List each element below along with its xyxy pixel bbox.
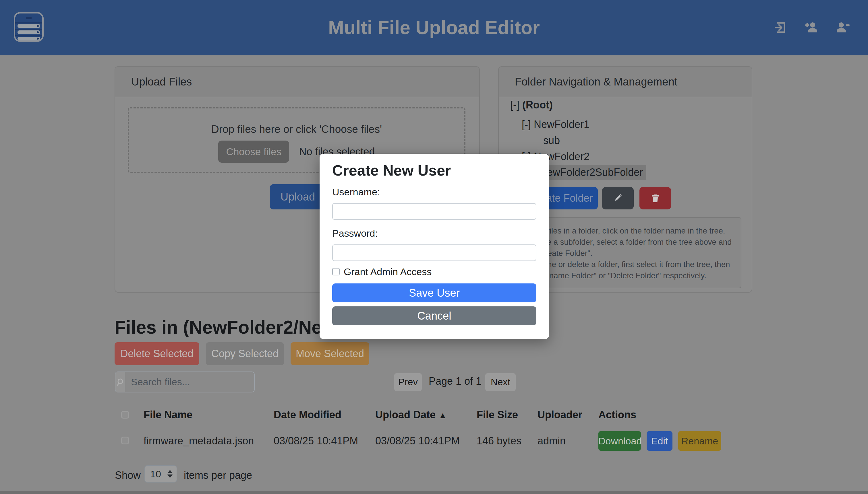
col-date-modified[interactable]: Date Modified	[274, 409, 341, 421]
page-size-stepper[interactable]: 10	[144, 465, 177, 482]
tree-item-newfolder1[interactable]: [-] NewFolder1	[522, 118, 590, 131]
cancel-button[interactable]: Cancel	[332, 306, 536, 325]
grant-admin-label: Grant Admin Access	[344, 266, 432, 278]
choose-files-button[interactable]: Choose files	[218, 140, 289, 163]
add-user-icon[interactable]	[803, 19, 819, 36]
cell-file-size: 146 bytes	[477, 435, 521, 447]
username-field[interactable]	[332, 203, 536, 220]
username-label: Username:	[332, 187, 380, 198]
tree-item-root[interactable]: [-] (Root)	[510, 99, 553, 111]
rename-button[interactable]: Rename	[678, 431, 721, 451]
page-title: Multi File Upload Editor	[0, 0, 868, 55]
tree-item-sub[interactable]: sub	[543, 135, 560, 147]
items-per-page-label: items per page	[184, 469, 252, 481]
prev-page-button[interactable]: Prev	[394, 373, 422, 391]
grant-admin-checkbox[interactable]	[332, 268, 340, 276]
show-label: Show	[115, 469, 141, 481]
cell-date-modified: 03/08/25 10:41PM	[274, 435, 358, 447]
pencil-icon	[612, 192, 623, 204]
app-header: Multi File Upload Editor	[0, 0, 868, 55]
page-size-value: 10	[145, 469, 167, 480]
create-user-modal: Create New User Username: Password: Gran…	[320, 154, 549, 339]
search-icon	[115, 372, 125, 392]
stepper-arrows-icon[interactable]	[167, 470, 177, 478]
trash-icon	[650, 192, 661, 204]
cell-upload-date: 03/08/25 10:41PM	[375, 435, 460, 447]
upload-button[interactable]: Upload	[270, 184, 326, 209]
server-rack-icon	[14, 12, 44, 42]
copy-selected-button[interactable]: Copy Selected	[206, 342, 284, 365]
sign-in-icon[interactable]	[772, 19, 789, 36]
download-button[interactable]: Download	[598, 431, 641, 451]
delete-selected-button[interactable]: Delete Selected	[114, 342, 199, 365]
row-checkbox[interactable]	[121, 437, 129, 444]
sort-asc-icon: ▲	[438, 411, 447, 420]
dropzone-hint: Drop files here or click 'Choose files'	[129, 124, 464, 135]
select-all-checkbox[interactable]	[121, 411, 129, 419]
folder-panel-title: Folder Navigation & Management	[499, 67, 752, 97]
col-file-size[interactable]: File Size	[477, 409, 518, 421]
edit-button[interactable]: Edit	[647, 431, 672, 451]
next-page-button[interactable]: Next	[485, 373, 516, 391]
search-box	[115, 372, 255, 393]
move-selected-button[interactable]: Move Selected	[291, 342, 369, 365]
password-field[interactable]	[332, 244, 536, 261]
col-uploader[interactable]: Uploader	[538, 409, 582, 421]
search-input[interactable]	[125, 372, 255, 392]
cell-uploader: admin	[538, 435, 566, 447]
rename-folder-button[interactable]	[602, 187, 634, 209]
col-upload-date[interactable]: Upload Date ▲	[375, 409, 447, 421]
modal-title: Create New User	[332, 162, 451, 179]
password-label: Password:	[332, 228, 378, 239]
page-info: Page 1 of 1	[428, 375, 482, 387]
col-actions: Actions	[598, 409, 636, 421]
delete-folder-button[interactable]	[639, 187, 671, 209]
cell-file-name: firmware_metadata.json	[144, 435, 254, 447]
tree-item-newfolder2subfolder[interactable]: NewFolder2SubFolder	[536, 165, 646, 180]
save-user-button[interactable]: Save User	[332, 283, 536, 302]
col-file-name[interactable]: File Name	[144, 409, 192, 421]
bottom-divider	[0, 491, 868, 494]
upload-panel-title: Upload Files	[115, 67, 479, 97]
remove-user-icon[interactable]	[834, 19, 850, 36]
